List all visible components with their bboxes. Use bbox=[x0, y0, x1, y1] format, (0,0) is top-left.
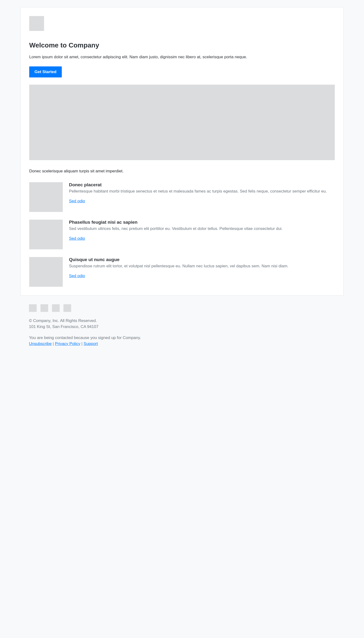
feature-row: Phasellus feugiat nisi ac sapien Sed ves… bbox=[29, 220, 335, 249]
social-icons bbox=[29, 304, 335, 312]
privacy-policy-link[interactable]: Privacy Policy bbox=[55, 341, 80, 346]
email-container: Welcome to Company Lorem ipsum dolor sit… bbox=[20, 7, 344, 296]
feature-link[interactable]: Sed odio bbox=[69, 236, 85, 241]
support-link[interactable]: Support bbox=[84, 341, 98, 346]
feature-content: Donec placerat Pellentesque habitant mor… bbox=[69, 182, 335, 212]
company-logo bbox=[29, 16, 44, 31]
social-icon[interactable] bbox=[64, 304, 71, 312]
feature-description: Suspendisse rutrum elit tortor, et volut… bbox=[69, 263, 335, 269]
address-text: 101 King St, San Francisco, CA 94107 bbox=[29, 324, 335, 330]
feature-title: Quisque ut nunc augue bbox=[69, 257, 335, 262]
social-icon[interactable] bbox=[29, 304, 37, 312]
contact-reason-text: You are being contacted because you sign… bbox=[29, 335, 335, 341]
feature-row: Donec placerat Pellentesque habitant mor… bbox=[29, 182, 335, 212]
intro-text: Lorem ipsum dolor sit amet, consectetur … bbox=[29, 54, 335, 60]
social-icon[interactable] bbox=[40, 304, 48, 312]
separator: | bbox=[80, 341, 84, 346]
feature-content: Quisque ut nunc augue Suspendisse rutrum… bbox=[69, 257, 335, 287]
page-title: Welcome to Company bbox=[29, 42, 335, 49]
unsubscribe-link[interactable]: Unsubscribe bbox=[29, 341, 52, 346]
feature-link[interactable]: Sed odio bbox=[69, 199, 85, 203]
feature-content: Phasellus feugiat nisi ac sapien Sed ves… bbox=[69, 220, 335, 249]
footer: © Company, Inc. All Rights Reserved. 101… bbox=[20, 296, 344, 347]
hero-image-placeholder bbox=[29, 85, 335, 160]
feature-row: Quisque ut nunc augue Suspendisse rutrum… bbox=[29, 257, 335, 287]
sub-text: Donec scelerisque aliquam turpis sit ame… bbox=[29, 169, 335, 174]
footer-company-info: © Company, Inc. All Rights Reserved. 101… bbox=[29, 318, 335, 330]
separator: | bbox=[52, 341, 55, 346]
social-icon[interactable] bbox=[52, 304, 60, 312]
feature-image-placeholder bbox=[29, 182, 63, 212]
feature-description: Pellentesque habitant morbi tristique se… bbox=[69, 188, 335, 194]
get-started-button[interactable]: Get Started bbox=[29, 66, 62, 77]
feature-title: Phasellus feugiat nisi ac sapien bbox=[69, 220, 335, 225]
feature-link[interactable]: Sed odio bbox=[69, 274, 85, 278]
footer-links: Unsubscribe | Privacy Policy | Support bbox=[29, 341, 335, 347]
feature-description: Sed vestibulum ultrices felis, nec preti… bbox=[69, 226, 335, 232]
copyright-text: © Company, Inc. All Rights Reserved. bbox=[29, 318, 335, 324]
feature-image-placeholder bbox=[29, 257, 63, 287]
feature-title: Donec placerat bbox=[69, 182, 335, 187]
feature-image-placeholder bbox=[29, 220, 63, 249]
